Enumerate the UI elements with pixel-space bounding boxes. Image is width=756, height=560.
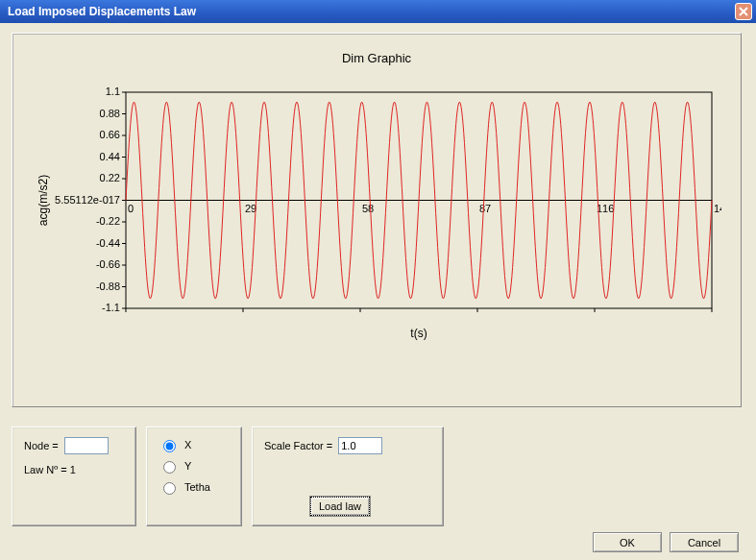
svg-text:1.1: 1.1 bbox=[106, 85, 120, 97]
chart-plot: -1.1-0.88-0.66-0.44-0.225.55112e-0170.22… bbox=[30, 73, 721, 380]
node-input[interactable] bbox=[64, 437, 109, 454]
close-button[interactable] bbox=[735, 3, 752, 20]
radio-x-label: X bbox=[184, 439, 191, 450]
svg-text:-0.88: -0.88 bbox=[96, 280, 120, 292]
svg-text:0.66: 0.66 bbox=[100, 129, 120, 140]
radio-y-label: Y bbox=[184, 460, 191, 472]
chart-frame: Dim Graphic -1.1-0.88-0.66-0.44-0.225.55… bbox=[12, 33, 742, 407]
svg-text:0.22: 0.22 bbox=[100, 172, 120, 183]
scale-label: Scale Factor = bbox=[264, 440, 332, 451]
dialog-buttons: OK Cancel bbox=[593, 532, 739, 552]
radio-y[interactable] bbox=[163, 461, 176, 474]
svg-text:t(s): t(s) bbox=[410, 327, 427, 340]
close-icon bbox=[739, 7, 748, 16]
cancel-button[interactable]: Cancel bbox=[670, 532, 739, 552]
scale-panel: Scale Factor = Load law bbox=[252, 426, 444, 526]
node-panel: Node = Law Nº = 1 bbox=[12, 426, 136, 526]
window-title: Load Imposed Displacements Law bbox=[8, 5, 735, 18]
axis-panel: X Y Tetha bbox=[146, 426, 242, 526]
svg-text:145: 145 bbox=[714, 203, 721, 214]
svg-text:87: 87 bbox=[479, 203, 491, 214]
svg-text:-0.22: -0.22 bbox=[96, 215, 120, 227]
titlebar: Load Imposed Displacements Law bbox=[0, 0, 756, 23]
svg-text:-1.1: -1.1 bbox=[102, 302, 120, 313]
svg-text:0: 0 bbox=[128, 203, 134, 214]
radio-tetha[interactable] bbox=[163, 482, 176, 495]
law-number-label: Law Nº = 1 bbox=[24, 464, 76, 475]
controls-row: Node = Law Nº = 1 X Y Tetha Scal bbox=[12, 426, 744, 526]
svg-text:5.55112e-017: 5.55112e-017 bbox=[55, 194, 120, 206]
svg-text:58: 58 bbox=[362, 203, 374, 214]
node-label: Node = bbox=[24, 440, 59, 451]
dialog-body: Dim Graphic -1.1-0.88-0.66-0.44-0.225.55… bbox=[0, 23, 756, 536]
svg-text:0.88: 0.88 bbox=[100, 108, 120, 119]
scale-input[interactable] bbox=[338, 437, 382, 454]
svg-text:acg(m/s2): acg(m/s2) bbox=[37, 175, 50, 226]
load-law-button[interactable]: Load law bbox=[310, 497, 370, 516]
ok-button[interactable]: OK bbox=[593, 532, 662, 552]
radio-x[interactable] bbox=[163, 440, 176, 452]
svg-text:-0.44: -0.44 bbox=[96, 237, 120, 249]
svg-text:0.44: 0.44 bbox=[100, 151, 120, 162]
svg-text:116: 116 bbox=[597, 203, 614, 214]
chart-title: Dim Graphic bbox=[30, 51, 723, 65]
svg-text:-0.66: -0.66 bbox=[96, 258, 120, 270]
radio-tetha-label: Tetha bbox=[184, 481, 210, 493]
